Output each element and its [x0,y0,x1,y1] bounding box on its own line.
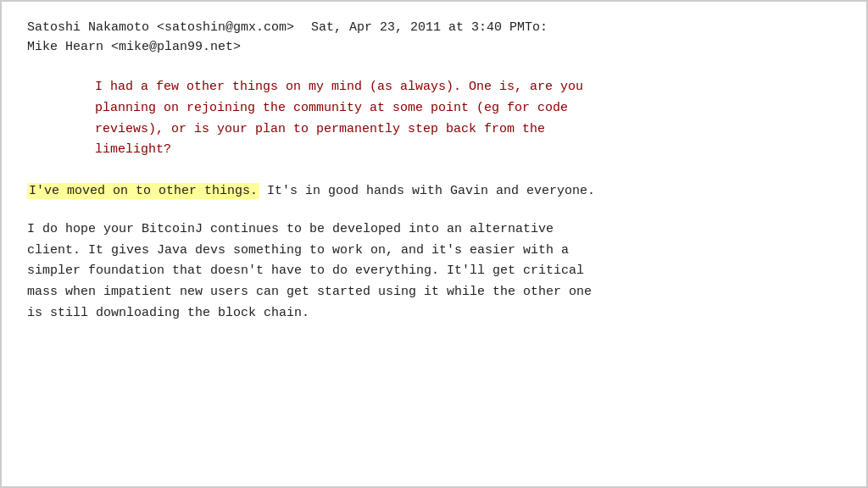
email-to-prefix: To: [525,20,548,35]
email-to: Mike Hearn <mike@plan99.net> [27,38,841,58]
email-date-text: Sat, Apr 23, 2011 at 3:40 PM [311,20,525,35]
email-header: Satoshi Nakamoto <satoshin@gmx.com> Sat,… [27,19,841,57]
quoted-text: I had a few other things on my mind (as … [95,80,583,157]
highlighted-text: I've moved on to other things. [27,183,259,199]
main-paragraph-text: I do hope your BitcoinJ continues to be … [27,222,592,320]
response-block: I've moved on to other things. It's in g… [27,181,841,202]
email-date: Sat, Apr 23, 2011 at 3:40 PMTo: [311,19,548,38]
email-body: I had a few other things on my mind (as … [27,77,841,324]
quoted-block: I had a few other things on my mind (as … [95,77,841,161]
main-paragraph: I do hope your BitcoinJ continues to be … [27,219,841,324]
email-from: Satoshi Nakamoto <satoshin@gmx.com> [27,19,294,38]
response-rest: It's in good hands with Gavin and everyo… [259,184,595,198]
email-container: Satoshi Nakamoto <satoshin@gmx.com> Sat,… [0,0,868,488]
